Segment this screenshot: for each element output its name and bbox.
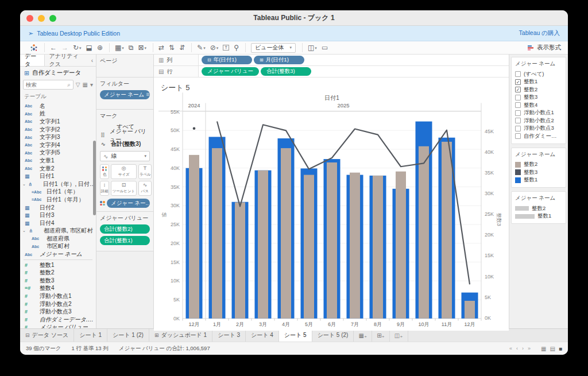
pane-tab-data[interactable]: データ — [20, 55, 45, 66]
filters-shelf[interactable]: フィルター メジャー ネーム ☰ — [96, 77, 153, 110]
group-icon[interactable]: ⊘▾ — [210, 44, 219, 51]
bar-整数2[interactable] — [212, 148, 222, 319]
tableau-logo-icon[interactable] — [30, 44, 38, 52]
field-item[interactable]: ▦日付1 — [22, 172, 96, 180]
measure-name-checkbox-row[interactable]: 浮動小数点2 — [515, 117, 562, 124]
color-legend-row[interactable]: 整数1 — [515, 177, 562, 184]
marks-layer[interactable]: ⫿⫿メジャー バリュー — [100, 131, 150, 139]
field-item[interactable]: =#整数4 — [22, 285, 96, 293]
checkbox-icon[interactable]: ✓ — [515, 79, 521, 85]
bar-整数2[interactable] — [327, 162, 337, 319]
sheet-view-icon[interactable]: ■ — [559, 346, 562, 352]
field-item[interactable]: ⌄⋔日付1（年）, 日付1（年... — [22, 180, 96, 188]
chevron-expand-icon[interactable]: ⌄ — [22, 182, 26, 187]
rows-shelf[interactable]: ▤ 行 メジャー バリュー合計(整数3) — [154, 66, 509, 77]
checkbox-icon[interactable] — [515, 71, 521, 77]
chevron-expand-icon[interactable]: ⌄ — [22, 228, 26, 233]
sort-descending-icon[interactable]: ⇵ — [179, 44, 185, 51]
field-item[interactable]: Abc文字列3 — [22, 133, 96, 141]
last-sheet-icon[interactable]: » — [528, 346, 531, 351]
expand-collapse-icon[interactable]: ⊞ — [260, 57, 264, 63]
color-legend-row[interactable]: 整数2 — [515, 161, 562, 168]
column-pill[interactable]: ⊞月(日付1) — [254, 56, 304, 64]
field-item[interactable]: =Abc日付1（年） — [22, 188, 96, 196]
close-window-button[interactable] — [26, 15, 33, 22]
field-item[interactable]: Abcメジャー ネーム — [22, 250, 96, 258]
checkbox-icon[interactable] — [515, 126, 521, 131]
highlight-icon[interactable]: ✎▾ — [197, 44, 206, 51]
field-item[interactable]: Abc文字列1 — [22, 118, 96, 126]
buy-tableau-link[interactable]: Tableau の購入 — [519, 29, 560, 37]
field-item[interactable]: Abc姓 — [22, 110, 96, 118]
size-legend-row[interactable]: 整数2 — [515, 205, 562, 212]
bar-整数2[interactable] — [258, 170, 268, 319]
field-item[interactable]: Abc名 — [22, 102, 96, 110]
field-item[interactable]: Abc都道府県 — [22, 235, 96, 243]
measure-name-checkbox-row[interactable]: 浮動小数点1 — [515, 110, 562, 117]
chart-canvas[interactable]: シート 5日付1202420250K5K10K15K20K25K30K35K40… — [154, 77, 509, 331]
sort-ascending-icon[interactable]: ⇅ — [169, 44, 175, 51]
show-cards-icon[interactable]: ◫▾ — [308, 44, 317, 51]
measure-name-checkbox-row[interactable]: 整数3 — [515, 94, 562, 101]
sheet-tab[interactable]: シート 4 — [246, 329, 279, 342]
bar-整数2[interactable] — [419, 146, 429, 319]
measure-name-checkbox-row[interactable]: 整数4 — [515, 102, 562, 108]
tooltip-button[interactable]: ⊡ツールヒント — [111, 181, 137, 196]
grid-view-icon[interactable]: ▦ — [541, 346, 546, 352]
checkbox-icon[interactable] — [515, 110, 521, 116]
measure-name-checkbox-row[interactable]: ✓整数1 — [515, 79, 562, 86]
bar-整数2[interactable] — [373, 176, 383, 319]
new-worksheet-icon[interactable]: ▦▾ — [115, 44, 124, 51]
swap-rows-columns-icon[interactable]: ⇄ — [158, 44, 164, 51]
new-story-button[interactable]: ◫₊ — [390, 329, 408, 342]
minimize-window-button[interactable] — [38, 15, 45, 22]
checkbox-icon[interactable] — [515, 95, 521, 100]
field-item[interactable]: Abc文章1 — [22, 157, 96, 165]
bar-整数2[interactable] — [304, 175, 314, 319]
view-options-icon[interactable]: ▦ — [83, 82, 88, 88]
field-item[interactable]: =Abc日付1（年月） — [22, 196, 96, 204]
filter-fields-icon[interactable]: ▽ — [76, 82, 80, 88]
bar-整数2[interactable] — [396, 172, 406, 319]
measure-name-checkbox-row[interactable]: (すべて) — [515, 71, 562, 77]
worksheet-view[interactable]: シート 5日付1202420250K5K10K15K20K25K30K35K40… — [154, 77, 509, 331]
bar-整数2[interactable] — [235, 202, 245, 318]
measure-name-checkbox-row[interactable]: ✓整数2 — [515, 86, 562, 93]
fit-selector[interactable]: ビュー全体 ▾ — [251, 43, 296, 53]
field-item[interactable]: #浮動小数点3 — [22, 308, 96, 316]
label-icon[interactable]: T — [223, 45, 229, 51]
add-data-icon[interactable]: ⊕ — [97, 44, 103, 51]
show-me-button[interactable]: 表示形式 — [527, 44, 563, 52]
sheet-tab-active[interactable]: シート 5 — [279, 329, 312, 342]
search-input[interactable] — [26, 82, 67, 88]
duplicate-icon[interactable]: ⧉ — [129, 44, 134, 51]
data-pane-scrollbar[interactable] — [93, 141, 96, 215]
collapse-pane-button[interactable]: ‹ — [88, 57, 96, 64]
line-dot-整数3[interactable] — [193, 127, 196, 130]
field-item[interactable]: Abc文字列5 — [22, 149, 96, 157]
field-item[interactable]: ▦日付4 — [22, 219, 96, 227]
measure-value-pill[interactable]: 合計(整数2) — [100, 224, 150, 234]
field-item[interactable]: Abc文字列2 — [22, 126, 96, 134]
field-item[interactable]: ⌄⋔都道府県, 市区町村 — [22, 227, 96, 235]
label-button[interactable]: Tラベル — [138, 164, 152, 179]
columns-shelf[interactable]: ▥ 列 ⊟年(日付1)⊞月(日付1) — [154, 55, 509, 66]
row-pill[interactable]: 合計(整数3) — [261, 67, 311, 76]
field-item[interactable]: Abc文章2 — [22, 165, 96, 173]
fix-axes-icon[interactable]: ⚲ — [234, 44, 239, 51]
filter-pill-measure-names[interactable]: メジャー ネーム ☰ — [100, 90, 150, 99]
field-item[interactable]: #整数3 — [22, 277, 96, 285]
field-item[interactable]: #浮動小数点2 — [22, 300, 96, 308]
checkbox-icon[interactable] — [515, 118, 521, 123]
mark-type-dropdown[interactable]: ∿ 線 ▾ — [100, 151, 150, 161]
chevron-down-icon[interactable]: ▾ — [90, 82, 93, 88]
field-item[interactable]: #整数1 — [22, 261, 96, 269]
redo-icon[interactable]: ↻▾ — [73, 44, 82, 51]
next-sheet-icon[interactable]: › — [522, 346, 524, 351]
column-pill[interactable]: ⊟年(日付1) — [202, 56, 252, 64]
checkbox-icon[interactable] — [515, 102, 521, 108]
sheet-tab[interactable]: シート 1 (2) — [107, 329, 149, 342]
expand-collapse-icon[interactable]: ⊟ — [207, 57, 211, 63]
sheet-tab[interactable]: シート 1 — [74, 329, 107, 342]
measure-name-checkbox-row[interactable]: 浮動小数点3 — [515, 125, 562, 132]
